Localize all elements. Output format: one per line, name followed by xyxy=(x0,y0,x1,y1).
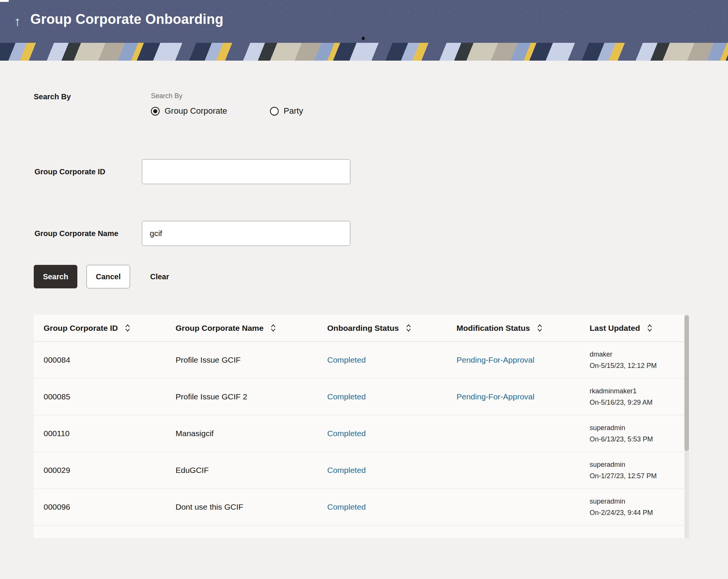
radio-option-party[interactable]: Party xyxy=(270,106,303,116)
sort-icon[interactable] xyxy=(537,323,543,333)
clear-button[interactable]: Clear xyxy=(144,265,175,288)
cell-updated-by: superadmin xyxy=(590,424,684,432)
sort-icon[interactable] xyxy=(647,323,653,333)
page-title: Group Corporate Onboarding xyxy=(30,11,223,27)
column-header[interactable]: Onboarding Status xyxy=(317,323,447,333)
sort-icon[interactable] xyxy=(406,323,411,333)
cell-group-corporate-id: 000084 xyxy=(44,355,70,364)
cell-modification-status-link[interactable]: Pending-For-Approval xyxy=(457,392,534,401)
cell-group-corporate-name: Manasigcif xyxy=(176,429,213,438)
cell-updated-on: On-6/13/23, 5:53 PM xyxy=(590,435,684,443)
cell-updated-on: On-1/27/23, 12:57 PM xyxy=(590,472,684,480)
table-scrollbar-thumb[interactable] xyxy=(684,315,689,451)
results-table-card: Group Corporate ID Group Corporate Name … xyxy=(34,315,684,538)
decorative-banner-strip xyxy=(0,43,728,61)
sort-icon[interactable] xyxy=(270,323,276,333)
group-corporate-id-input[interactable] xyxy=(142,159,350,184)
column-header-label: Onboarding Status xyxy=(327,324,399,333)
app-header-bar: ↑ Group Corporate Onboarding xyxy=(0,0,728,43)
column-header-label: Group Corporate Name xyxy=(176,324,264,333)
sort-icon[interactable] xyxy=(125,323,130,333)
search-by-label: Search By xyxy=(34,92,71,101)
group-corporate-name-input[interactable] xyxy=(142,221,350,246)
table-row: 000029 EduGCIF Completed superadmin On-1… xyxy=(34,452,684,489)
column-header[interactable]: Group Corporate ID xyxy=(34,323,166,333)
cell-updated-on: On-5/15/23, 12:12 PM xyxy=(590,362,684,370)
corner-notch xyxy=(0,0,9,2)
column-header-label: Modification Status xyxy=(457,324,530,333)
cell-updated-by: rkadminmaker1 xyxy=(590,387,684,395)
table-row: 000085 Profile Issue GCIF 2 Completed Pe… xyxy=(34,379,684,415)
cell-group-corporate-name: Profile Issue GCIF 2 xyxy=(176,392,247,401)
column-header[interactable]: Modification Status xyxy=(447,323,580,333)
cell-onboarding-status-link[interactable]: Completed xyxy=(327,355,366,364)
search-by-radio-group: Group Corporate Party xyxy=(151,106,303,116)
up-arrow-icon[interactable]: ↑ xyxy=(9,12,26,30)
radio-option-label: Party xyxy=(284,106,303,116)
radio-unselected-icon xyxy=(270,107,279,116)
cell-modification-status-link[interactable]: Pending-For-Approval xyxy=(457,355,534,364)
search-button[interactable]: Search xyxy=(34,265,77,288)
table-row: 000084 Profile Issue GCIF Completed Pend… xyxy=(34,342,684,379)
radio-option-group-corporate[interactable]: Group Corporate xyxy=(151,106,227,116)
cell-onboarding-status-link[interactable]: Completed xyxy=(327,466,366,474)
cell-group-corporate-id: 000085 xyxy=(44,392,70,401)
table-scrollbar-track[interactable] xyxy=(684,315,689,538)
results-table: Group Corporate ID Group Corporate Name … xyxy=(34,315,689,538)
cell-updated-by: superadmin xyxy=(590,461,684,469)
column-header-label: Group Corporate ID xyxy=(44,324,118,333)
cell-onboarding-status-link[interactable]: Completed xyxy=(327,429,366,438)
cursor-dot xyxy=(362,37,365,40)
cell-updated-on: On-2/24/23, 9:44 PM xyxy=(590,509,684,517)
table-header-row: Group Corporate ID Group Corporate Name … xyxy=(34,315,684,342)
cell-updated-by: dmaker xyxy=(590,351,684,358)
cell-onboarding-status-link[interactable]: Completed xyxy=(327,502,366,511)
column-header[interactable]: Group Corporate Name xyxy=(166,323,317,333)
cell-group-corporate-id: 000096 xyxy=(44,502,70,511)
radio-option-label: Group Corporate xyxy=(165,106,227,116)
cancel-button[interactable]: Cancel xyxy=(86,265,130,288)
cell-group-corporate-name: Dont use this GCIF xyxy=(176,502,243,511)
cell-updated-on: On-5/16/23, 9:29 AM xyxy=(590,399,684,407)
group-corporate-id-label: Group Corporate ID xyxy=(35,167,105,176)
table-body: 000084 Profile Issue GCIF Completed Pend… xyxy=(34,342,684,526)
cell-group-corporate-name: EduGCIF xyxy=(176,466,209,474)
cell-updated-by: superadmin xyxy=(590,498,684,505)
group-corporate-name-label: Group Corporate Name xyxy=(35,229,118,238)
table-row: 000096 Dont use this GCIF Completed supe… xyxy=(34,489,684,526)
radio-selected-icon xyxy=(151,107,160,116)
table-row: 000110 Manasigcif Completed superadmin O… xyxy=(34,415,684,452)
cell-group-corporate-id: 000029 xyxy=(44,466,70,474)
cell-group-corporate-id: 000110 xyxy=(44,429,70,438)
radio-group-legend: Search By xyxy=(151,92,182,100)
cell-onboarding-status-link[interactable]: Completed xyxy=(327,392,366,401)
cell-group-corporate-name: Profile Issue GCIF xyxy=(176,355,241,364)
column-header[interactable]: Last Updated xyxy=(580,323,684,333)
column-header-label: Last Updated xyxy=(590,324,640,333)
